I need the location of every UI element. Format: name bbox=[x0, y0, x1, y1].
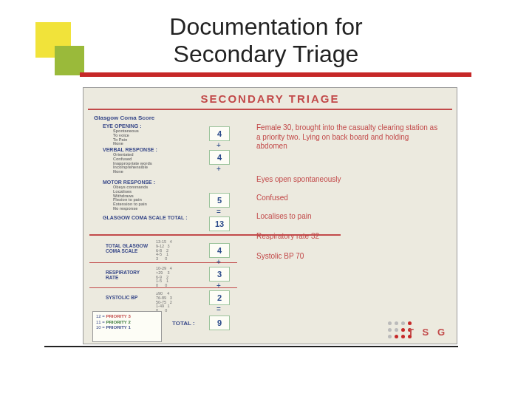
eye-opening-text: EYE OPENING : bbox=[103, 123, 142, 129]
tsg-logo-text: T S G bbox=[408, 327, 448, 338]
eye-score-box: 4 bbox=[209, 126, 230, 141]
key-p1: PRIORITY 1 bbox=[106, 325, 131, 330]
motor-response-label: MOTOR RESPONSE : Obeys commands Localise… bbox=[103, 180, 155, 211]
plus-3: + bbox=[209, 259, 228, 266]
row-resp-label: RESPIRATORY RATE bbox=[106, 270, 151, 280]
trts-total-box: 9 bbox=[209, 316, 230, 330]
gcs-total-label: GLASGOW COMA SCALE TOTAL : bbox=[103, 215, 187, 220]
row-sbp-scale: ≥90 4 76-89 3 50-75 2 1-49 1 0 0 bbox=[156, 292, 172, 313]
plus-2: + bbox=[209, 166, 228, 173]
trts-gcs-box: 4 bbox=[209, 243, 230, 258]
key-p3: PRIORITY 3 bbox=[106, 314, 131, 318]
row-gcs-scale: 13-15 4 9-12 3 6-8 2 4-5 1 3 0 bbox=[156, 240, 172, 262]
eye-opening-scale: Spontaneous To voice To Pain None bbox=[113, 129, 142, 146]
plus-4: + bbox=[209, 282, 228, 290]
obs-sbp: Systolic BP 70 bbox=[256, 252, 441, 260]
divider-upper bbox=[89, 234, 341, 236]
key-11: 11 = bbox=[96, 320, 105, 324]
key-10: 10 = bbox=[96, 325, 105, 330]
title-line-2: Secondary Triage bbox=[174, 41, 359, 67]
scenario-text: Female 30, brought into the casualty cle… bbox=[256, 123, 441, 151]
motor-score-box: 5 bbox=[209, 193, 230, 208]
accent-square-green bbox=[55, 46, 84, 75]
row-resp-scale: 10-29 4 >29 3 6-9 2 1-5 1 0 0 bbox=[156, 267, 172, 288]
title-line-1: Documentation for bbox=[169, 13, 362, 40]
equals-2: = bbox=[209, 306, 228, 313]
key-p2: PRIORITY 2 bbox=[106, 320, 131, 324]
eye-opening-label: EYE OPENING : Spontaneous To voice To Pa… bbox=[103, 123, 142, 146]
secondary-triage-sheet: SECONDARY TRIAGE Glasgow Coma Score EYE … bbox=[83, 87, 457, 344]
gcs-heading: Glasgow Coma Score bbox=[94, 115, 154, 121]
sheet-heading: SECONDARY TRIAGE bbox=[83, 92, 457, 105]
plus-1: + bbox=[209, 142, 228, 149]
trts-sbp-box: 2 bbox=[209, 290, 230, 305]
trts-total-label: TOTAL : bbox=[172, 320, 195, 327]
verbal-response-label: VERBAL RESPONSE : Orientated Confused In… bbox=[103, 147, 157, 174]
motor-response-text: MOTOR RESPONSE : bbox=[103, 180, 155, 185]
row-gcs-label: TOTAL GLASGOW COMA SCALE bbox=[106, 243, 151, 253]
verbal-response-text: VERBAL RESPONSE : bbox=[103, 147, 157, 152]
equals-1: = bbox=[209, 208, 228, 216]
trts-resp-box: 3 bbox=[209, 267, 230, 282]
slide-title: Documentation for Secondary Triage bbox=[103, 13, 429, 68]
motor-response-scale: Obeys commands Localises Withdraws Flexi… bbox=[113, 185, 155, 211]
verbal-score-box: 4 bbox=[209, 150, 230, 165]
obs-eyes: Eyes open spontaneously bbox=[256, 175, 441, 183]
verbal-response-scale: Orientated Confused Inappropriate words … bbox=[113, 153, 157, 174]
title-underline bbox=[80, 72, 471, 77]
row-sbp-label: SYSTOLIC BP bbox=[106, 295, 151, 300]
obs-confused: Confused bbox=[256, 194, 441, 202]
priority-key: 12 = PRIORITY 3 11 = PRIORITY 2 10 = PRI… bbox=[92, 311, 162, 342]
key-12: 12 = bbox=[96, 314, 105, 318]
obs-localises: Localises to pain bbox=[256, 212, 441, 220]
obs-resp: Respiratory rate 32 bbox=[256, 232, 441, 240]
gcs-total-box: 13 bbox=[209, 216, 230, 231]
footer-rule bbox=[44, 346, 458, 347]
slide: Documentation for Secondary Triage SECON… bbox=[0, 0, 532, 399]
